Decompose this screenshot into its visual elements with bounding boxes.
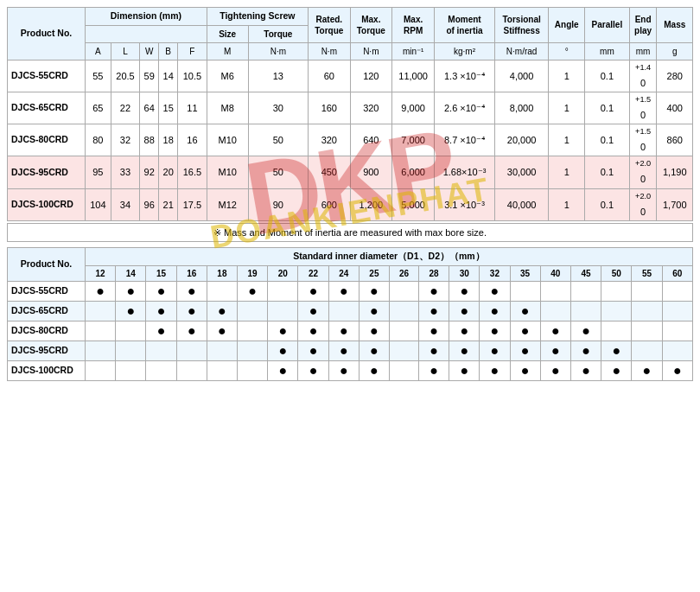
mass-unit: g — [657, 42, 693, 60]
diameter-header-cell: 40 — [540, 265, 570, 281]
diameter-cell: ● — [359, 301, 389, 321]
diameter-cell: ● — [328, 341, 359, 360]
diameter-cell: ● — [662, 360, 692, 380]
parallel-val: 0.1 — [585, 188, 630, 220]
diameter-cell: ● — [359, 341, 389, 360]
dim-a-val: 95 — [86, 156, 111, 188]
dim-l-val: 33 — [111, 156, 140, 188]
diameter-cell: ● — [480, 281, 510, 301]
diameter-header-cell: 22 — [298, 265, 328, 281]
diameter-cell — [207, 341, 237, 360]
dim-a-val: 104 — [86, 188, 111, 220]
inertia-val: 1.68×10⁻³ — [435, 156, 495, 188]
screw-nm: N·m — [248, 42, 308, 60]
diameter-cell — [390, 341, 419, 360]
inertia-val: 1.3 ×10⁻⁴ — [435, 60, 495, 92]
diameter-cell: ● — [268, 341, 298, 360]
parallel-val: 0.1 — [585, 60, 630, 92]
diameter-cell — [268, 281, 298, 301]
diameter-cell: ● — [176, 321, 207, 341]
diameter-cell — [238, 360, 268, 380]
diameter-cell — [390, 281, 419, 301]
rated-torque-unit: N·m — [309, 42, 351, 60]
diameter-cell — [662, 281, 692, 301]
diameter-cell: ● — [480, 360, 510, 380]
diameter-cell — [86, 360, 116, 380]
diameter-cell — [238, 321, 268, 341]
diameter-cell: ● — [480, 301, 510, 321]
diameter-header-cell: 18 — [207, 265, 237, 281]
diameter-cell — [662, 301, 692, 321]
diameter-cell: ● — [298, 301, 328, 321]
diameter-header-cell: 12 — [86, 265, 116, 281]
diameter-cell: ● — [449, 341, 480, 360]
parallel-val: 0.1 — [585, 124, 630, 156]
diameter-cell: ● — [418, 281, 449, 301]
product-name: DJCS-55CRD — [8, 60, 86, 92]
standard-inner-diameter-header: Standard inner diameter（D1、D2）（mm） — [86, 248, 693, 266]
mass-val: 1,700 — [657, 188, 693, 220]
angle-header: Angle — [549, 8, 585, 43]
diameter-header-cell: 25 — [359, 265, 389, 281]
dim-l-val: 32 — [111, 124, 140, 156]
parallel-val: 0.1 — [585, 92, 630, 124]
diameter-header-row: 1214151618192022242526283032354045505560 — [8, 265, 693, 281]
rated-torque-val: 600 — [309, 188, 351, 220]
screw-torque-val: 50 — [248, 156, 308, 188]
diameter-cell — [238, 341, 268, 360]
dim-w-val: 59 — [140, 60, 159, 92]
diameter-cell — [268, 301, 298, 321]
max-torque-val: 120 — [350, 60, 392, 92]
diameter-cell: ● — [298, 341, 328, 360]
unit-row: A L W B F M N·m N·m N·m min⁻¹ kg·m² N·m/… — [8, 42, 693, 60]
tightening-screw-header: Tightening Screw — [207, 8, 308, 26]
diameter-cell: ● — [359, 281, 389, 301]
stiffness-val: 8,000 — [494, 92, 549, 124]
diameter-cell: ● — [449, 301, 480, 321]
diameter-cell — [116, 360, 146, 380]
diameter-cell: ● — [418, 301, 449, 321]
dim-b-val: 18 — [159, 124, 178, 156]
rpm-unit: min⁻¹ — [392, 42, 435, 60]
screw-size-val: M12 — [207, 188, 248, 220]
bottom-product-name: DJCS-55CRD — [8, 281, 86, 301]
dim-l-val: 22 — [111, 92, 140, 124]
inertia-val: 2.6 ×10⁻⁴ — [435, 92, 495, 124]
diameter-cell: ● — [207, 321, 237, 341]
product-name: DJCS-100CRD — [8, 188, 86, 220]
diameter-cell — [116, 341, 146, 360]
diameter-cell — [632, 281, 662, 301]
diameter-cell — [540, 301, 570, 321]
endplay-unit: mm — [629, 42, 657, 60]
max-rpm-header: Max.RPM — [392, 8, 435, 43]
end-play-header: Endplay — [629, 8, 657, 43]
angle-val: 1 — [549, 124, 585, 156]
diameter-header-cell: 14 — [116, 265, 146, 281]
diameter-cell: ● — [570, 321, 601, 341]
bottom-specs-table: Product No. Standard inner diameter（D1、D… — [7, 247, 693, 381]
rated-torque-header: Rated.Torque — [309, 8, 351, 43]
stiffness-val: 40,000 — [494, 188, 549, 220]
diameter-cell — [632, 341, 662, 360]
max-torque-val: 900 — [350, 156, 392, 188]
dim-a-val: 55 — [86, 60, 111, 92]
diameter-cell — [540, 281, 570, 301]
diameter-header-cell: 32 — [480, 265, 510, 281]
diameter-cell: ● — [632, 360, 662, 380]
endplay-val: +1.40 — [629, 60, 657, 92]
screw-size-subheader: Size — [207, 25, 248, 42]
dim-f-val: 11 — [178, 92, 207, 124]
diameter-cell — [601, 281, 632, 301]
diameter-cell — [176, 341, 207, 360]
diameter-cell: ● — [298, 321, 328, 341]
max-torque-val: 320 — [350, 92, 392, 124]
diameter-header-cell: 50 — [601, 265, 632, 281]
diameter-cell: ● — [86, 281, 116, 301]
endplay-val: +1.50 — [629, 92, 657, 124]
parallel-unit: mm — [585, 42, 630, 60]
dim-b-val: 15 — [159, 92, 178, 124]
max-rpm-val: 5,000 — [392, 188, 435, 220]
max-rpm-val: 9,000 — [392, 92, 435, 124]
diameter-cell: ● — [540, 321, 570, 341]
diameter-cell — [207, 281, 237, 301]
